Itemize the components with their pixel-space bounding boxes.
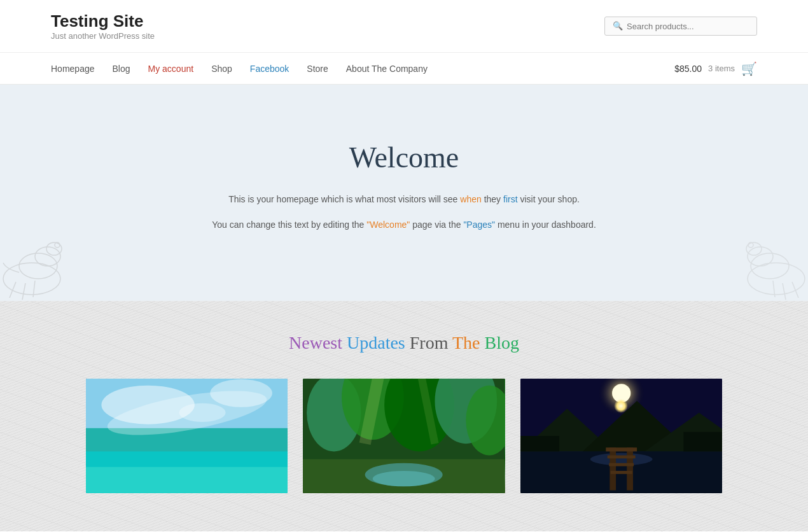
- blog-image-forest: [303, 379, 505, 493]
- cart-icon[interactable]: 🛒: [741, 61, 757, 76]
- blog-image-ocean: [86, 379, 288, 493]
- site-title[interactable]: Testing Site: [51, 11, 155, 31]
- hero-decorative-left: [0, 225, 83, 301]
- svg-point-31: [373, 471, 435, 486]
- nav-links: Homepage Blog My account Shop Facebook S…: [51, 55, 674, 83]
- hero-text-1: This is your homepage which is what most…: [228, 192, 580, 207]
- svg-point-34: [612, 384, 630, 402]
- nav-link-store[interactable]: Store: [307, 55, 328, 83]
- cart-price: $85.00: [674, 64, 702, 74]
- main-nav: Homepage Blog My account Shop Facebook S…: [0, 53, 808, 85]
- nav-link-about[interactable]: About The Company: [346, 55, 428, 83]
- hero-text-2: You can change this text by editing the …: [212, 218, 596, 233]
- search-input[interactable]: [627, 22, 749, 31]
- blog-title-blog: Blog: [485, 333, 519, 353]
- svg-point-8: [748, 263, 805, 295]
- svg-rect-43: [607, 456, 635, 459]
- hero-decorative-right: [725, 225, 808, 301]
- blog-image-night: [520, 379, 722, 493]
- nav-link-shop[interactable]: Shop: [211, 55, 232, 83]
- hero-title: Welcome: [349, 141, 459, 174]
- svg-point-0: [3, 263, 60, 295]
- blog-card-3[interactable]: [520, 379, 722, 493]
- blog-title-newest: Newest: [289, 333, 342, 353]
- blog-card-2[interactable]: [303, 379, 505, 493]
- svg-rect-22: [86, 467, 288, 493]
- svg-rect-42: [606, 447, 637, 451]
- svg-line-6: [22, 283, 25, 300]
- nav-link-my-account[interactable]: My account: [148, 55, 194, 83]
- blog-title-from: From: [410, 333, 449, 353]
- svg-rect-46: [520, 436, 559, 451]
- svg-point-19: [101, 386, 194, 424]
- hero-section: Welcome This is your homepage which is w…: [0, 85, 808, 301]
- blog-title-updates: Updates: [347, 333, 405, 353]
- blog-section-title: Newest Updates From The Blog: [51, 333, 757, 353]
- site-branding: Testing Site Just another WordPress site: [51, 11, 155, 41]
- svg-rect-41: [627, 447, 633, 490]
- svg-point-20: [210, 379, 272, 407]
- svg-point-2: [35, 247, 60, 266]
- search-icon: 🔍: [613, 21, 623, 31]
- blog-title-the: The: [452, 333, 480, 353]
- svg-point-21: [179, 403, 225, 422]
- site-header: Testing Site Just another WordPress site…: [0, 0, 808, 53]
- blog-grid: [86, 379, 722, 493]
- svg-rect-44: [609, 463, 634, 466]
- svg-point-10: [748, 247, 773, 266]
- svg-rect-47: [683, 432, 722, 452]
- nav-link-homepage[interactable]: Homepage: [51, 55, 95, 83]
- svg-rect-40: [609, 447, 616, 490]
- blog-section: Newest Updates From The Blog: [0, 301, 808, 531]
- search-bar[interactable]: 🔍: [604, 17, 757, 36]
- cart-area: $85.00 3 items 🛒: [674, 61, 757, 76]
- blog-card-1[interactable]: [86, 379, 288, 493]
- cart-items-count: 3 items: [708, 64, 735, 73]
- svg-line-14: [783, 283, 786, 300]
- nav-link-facebook[interactable]: Facebook: [250, 55, 289, 83]
- nav-link-blog[interactable]: Blog: [113, 55, 130, 83]
- svg-rect-45: [610, 471, 632, 474]
- site-tagline: Just another WordPress site: [51, 31, 155, 41]
